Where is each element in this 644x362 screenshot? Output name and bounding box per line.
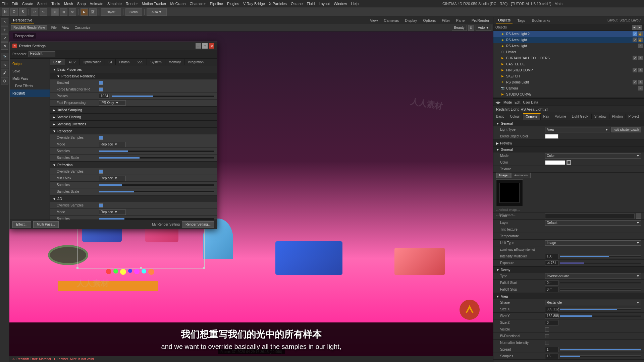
prop-tab-colour[interactable]: Colour bbox=[507, 114, 523, 119]
dialog-tab-integration[interactable]: Integration bbox=[184, 59, 207, 65]
toolbar-scale[interactable]: ⊠ bbox=[60, 8, 67, 16]
dialog-tab-memory[interactable]: Memory bbox=[165, 59, 184, 65]
toolbar-rotate[interactable]: ↺ bbox=[69, 8, 76, 16]
prop-visible-checkbox[interactable] bbox=[545, 327, 549, 331]
prop-samples-value[interactable]: 16 bbox=[545, 354, 558, 359]
prop-decay-header[interactable]: ▼ Decay bbox=[493, 267, 644, 273]
prop-area-header[interactable]: ▼ Area bbox=[493, 293, 644, 299]
menu-layout[interactable]: Layout bbox=[319, 2, 330, 6]
fast-preprocessing-dropdown[interactable]: IPR Only ▼ bbox=[99, 100, 126, 106]
tree-item-finished-comp[interactable]: ▶ FINISHED COMP ✓ ⚙ bbox=[493, 67, 644, 73]
multi-pass-btn[interactable]: Multi Pass... bbox=[33, 221, 59, 228]
tool-sculpt[interactable]: ⬡ bbox=[1, 77, 8, 84]
panel-tab-bookmarks[interactable]: Bookmarks bbox=[530, 18, 552, 23]
refraction-samples-slider[interactable] bbox=[99, 184, 214, 186]
prop-tab-ray[interactable]: Ray bbox=[541, 114, 552, 119]
menu-snap[interactable]: Snap bbox=[77, 2, 86, 6]
intensity-slider[interactable] bbox=[560, 255, 641, 257]
dialog-maximize-btn[interactable]: □ bbox=[202, 43, 208, 49]
dialog-tab-basic[interactable]: Basic bbox=[50, 59, 65, 65]
tree-item-limiter[interactable]: ⬡ Limiter bbox=[493, 49, 644, 55]
tree-expand-btn-1[interactable]: ⚙ bbox=[638, 56, 643, 60]
prop-layer-dropdown[interactable]: Default ▼ bbox=[545, 220, 641, 226]
tree-item-rsdomelight[interactable]: ☀ RS Dome Light ✓ ⚙ bbox=[493, 79, 644, 85]
tool-scale[interactable]: ⤢ bbox=[1, 34, 8, 42]
prop-spread-value[interactable]: 1 bbox=[545, 347, 558, 352]
toolbar-move[interactable]: ⊕ bbox=[51, 8, 59, 16]
viewport-tab-filter[interactable]: Filter bbox=[440, 18, 452, 23]
prop-sizex-value[interactable]: 369.112 bbox=[545, 307, 558, 312]
dialog-nav-multipass[interactable]: Multi-Pass bbox=[10, 75, 50, 82]
render-setting-btn[interactable]: Render Setting... bbox=[182, 221, 214, 228]
tool-move[interactable]: ✛ bbox=[1, 26, 8, 34]
viewport-tab-view[interactable]: View bbox=[368, 18, 380, 23]
prop-general-header[interactable]: ▼ General bbox=[493, 120, 644, 126]
tree-vis-btn-1[interactable]: ✓ bbox=[633, 32, 637, 36]
tree-btn-1[interactable]: ◀ bbox=[632, 25, 637, 30]
tree-vis-btn-7[interactable]: ✓ bbox=[638, 86, 643, 90]
dialog-tab-gi[interactable]: GI bbox=[105, 59, 116, 65]
dialog-nav-redshift[interactable]: Redshift bbox=[10, 89, 50, 97]
reflection-override-checkbox[interactable] bbox=[99, 136, 103, 140]
img-tab-animation[interactable]: Animation bbox=[511, 173, 531, 178]
tree-item-camera[interactable]: 📷 Camera ✓ bbox=[493, 85, 644, 91]
tool-select[interactable]: ↖ bbox=[1, 18, 8, 25]
tree-vis-btn-4[interactable]: ✓ bbox=[633, 56, 637, 60]
viewport-tab-cameras[interactable]: Cameras bbox=[382, 18, 401, 23]
auto-select[interactable]: Auto ▼ bbox=[476, 25, 491, 31]
prop-falloff-start-value[interactable]: 0 m bbox=[545, 280, 558, 286]
prop-mode-dropdown[interactable]: Color ▼ bbox=[545, 153, 641, 159]
tree-lock-btn-2[interactable]: 🔒 bbox=[638, 38, 643, 42]
render-settings-dialog[interactable]: R Render Settings ─ □ ✕ Renderer bbox=[9, 42, 217, 229]
reflection-scale-slider[interactable] bbox=[99, 157, 214, 159]
menu-octane[interactable]: Octane bbox=[291, 2, 303, 6]
menu-select[interactable]: Select bbox=[37, 2, 48, 6]
menu-mesh[interactable]: Mesh bbox=[64, 2, 73, 6]
menu-fluid[interactable]: Fluid bbox=[307, 2, 315, 6]
menu-animate[interactable]: Animate bbox=[90, 2, 103, 6]
viewport-tab-panel[interactable]: Panel bbox=[454, 18, 468, 23]
dialog-tab-aov[interactable]: AOV bbox=[65, 59, 79, 65]
toolbar-object-mode[interactable]: Object bbox=[101, 8, 121, 16]
menu-character[interactable]: Character bbox=[190, 2, 206, 6]
toolbar-render-view[interactable]: 🖼 bbox=[89, 8, 97, 16]
panel-tab-objects[interactable]: Objects bbox=[496, 17, 513, 23]
tree-expand-btn-3[interactable]: ⚙ bbox=[638, 80, 643, 84]
prop-tab-basic[interactable]: Basic bbox=[493, 114, 507, 119]
renderer-select[interactable]: Redshift bbox=[29, 51, 55, 57]
prop-exposure-value[interactable]: -4.731 bbox=[545, 260, 558, 266]
menu-tools[interactable]: Tools bbox=[51, 2, 60, 6]
toolbar-undo[interactable]: ↩ bbox=[31, 8, 38, 16]
ao-override-checkbox[interactable] bbox=[99, 203, 103, 207]
dialog-minimize-btn[interactable]: ─ bbox=[196, 43, 201, 49]
menu-xparticles[interactable]: X-Particles bbox=[269, 2, 287, 6]
sizey-slider[interactable] bbox=[560, 315, 641, 317]
toolbar-save[interactable]: S bbox=[19, 8, 26, 16]
prop-path-browse-btn[interactable]: ... bbox=[636, 214, 641, 219]
dialog-tab-optimization[interactable]: Optimization bbox=[79, 59, 105, 65]
effect-btn[interactable]: Effect... bbox=[12, 221, 31, 228]
viewport-tab-display[interactable]: Display bbox=[403, 18, 419, 23]
img-tab-image[interactable]: Image bbox=[496, 173, 511, 178]
viewport-settings-btn[interactable]: ⚙ bbox=[468, 25, 474, 31]
dialog-nav-output[interactable]: Output bbox=[10, 60, 50, 67]
passes-slider[interactable] bbox=[112, 95, 214, 97]
prop-general2-header[interactable]: ▼ General bbox=[493, 146, 644, 153]
tree-vis-btn-5[interactable]: ✓ bbox=[633, 68, 637, 72]
falloff-start-slider[interactable] bbox=[560, 282, 641, 284]
prop-light-type-dropdown[interactable]: Area ▼ bbox=[545, 127, 610, 132]
menu-help[interactable]: Help bbox=[351, 2, 359, 6]
toolbar-render[interactable]: ▶ bbox=[80, 8, 88, 16]
dialog-tab-system[interactable]: System bbox=[147, 59, 165, 65]
reflection-header[interactable]: ▼ Reflection bbox=[50, 128, 217, 134]
tree-item-rsarealight2[interactable]: ◈ RS Area Light 2 ✓ 🔒 bbox=[493, 31, 644, 37]
tree-vis-btn-6[interactable]: ✓ bbox=[633, 80, 637, 84]
toolbar-coords[interactable]: Global bbox=[125, 8, 142, 16]
dialog-tab-sss[interactable]: SSS bbox=[133, 59, 147, 65]
sampling-overrides-header[interactable]: ▶ Sampling Overrides bbox=[50, 121, 217, 127]
add-shader-graph-btn[interactable]: Add Shader Graph bbox=[611, 127, 641, 132]
menu-render[interactable]: Render bbox=[126, 2, 138, 6]
toolbar-redo[interactable]: ↪ bbox=[40, 8, 47, 16]
menu-edit[interactable]: Edit bbox=[12, 2, 18, 6]
tool-camera-nav[interactable]: 🔭 bbox=[1, 53, 8, 60]
